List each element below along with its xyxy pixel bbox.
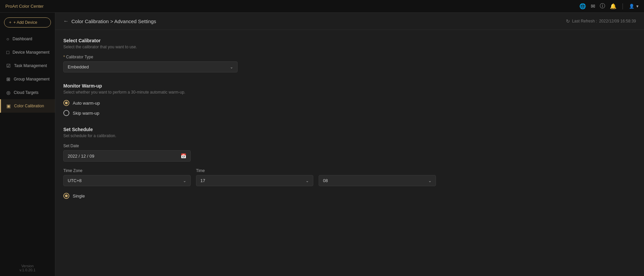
minute-value: 08 [323, 178, 328, 183]
device-management-icon: □ [6, 50, 9, 55]
sidebar-item-label: Cloud Targets [14, 90, 39, 95]
main-layout: + + Add Device ○ Dashboard □ Device Mana… [0, 13, 644, 276]
content-area: ← Color Calibration > Advanced Settings … [55, 13, 644, 276]
globe-icon[interactable]: 🌐 [579, 3, 586, 9]
version-label: Version [5, 264, 50, 268]
monitor-warmup-desc: Select whether you want to perform a 30-… [63, 90, 636, 95]
monitor-warmup-section: Monitor Warm-up Select whether you want … [63, 83, 636, 116]
minute-dropdown[interactable]: 08 ⌄ [319, 175, 436, 186]
warmup-radio-group: Auto warm-up Skip warm-up [63, 100, 636, 116]
timezone-value: UTC+8 [68, 178, 82, 183]
calibrator-type-value: Embedded [68, 64, 89, 69]
auto-warmup-label: Auto warm-up [73, 101, 100, 106]
monitor-warmup-title: Monitor Warm-up [63, 83, 636, 89]
sidebar-nav: ○ Dashboard □ Device Management ☑ Task M… [0, 32, 55, 260]
chevron-down-icon: ⌄ [306, 178, 309, 183]
chevron-down-icon: ⌄ [428, 178, 432, 183]
required-star: * [63, 55, 66, 59]
sidebar-item-label: Color Calibration [14, 104, 44, 108]
content-header: ← Color Calibration > Advanced Settings … [55, 13, 644, 30]
time-label: Time [196, 168, 313, 173]
hour-field: Time 17 ⌄ [196, 168, 313, 186]
user-chevron: ▾ [636, 4, 639, 9]
task-management-icon: ☑ [6, 63, 11, 68]
auto-warmup-option[interactable]: Auto warm-up [63, 100, 636, 106]
repeat-radio-group: Single [63, 193, 636, 199]
mail-icon[interactable]: ✉ [591, 3, 595, 9]
app-title: ProArt Color Center [5, 4, 44, 9]
minute-field: 08 ⌄ [319, 168, 436, 186]
skip-warmup-option[interactable]: Skip warm-up [63, 110, 636, 116]
sidebar-item-color-calibration[interactable]: ▣ Color Calibration [0, 99, 55, 113]
back-button[interactable]: ← [63, 18, 69, 24]
timezone-label: Time Zone [63, 168, 191, 173]
select-calibrator-desc: Select the calibrator that you want to u… [63, 45, 636, 49]
user-area[interactable]: 👤 ▾ [629, 4, 639, 9]
sidebar-item-group-management[interactable]: ⊞ Group Management [0, 72, 55, 86]
single-label: Single [73, 194, 85, 199]
sidebar-item-label: Dashboard [12, 37, 32, 41]
single-radio-inner [65, 195, 68, 197]
sidebar-item-label: Group Management [14, 77, 50, 81]
date-value: 2022 / 12 / 09 [68, 154, 94, 159]
minute-spacer-label [319, 168, 436, 173]
auto-warmup-radio-inner [65, 102, 68, 104]
breadcrumb-text: Color Calibration > Advanced Settings [71, 18, 156, 24]
add-device-button[interactable]: + + Add Device [4, 17, 51, 27]
top-bar: ProArt Color Center 🌐 ✉ ⓘ 🔔 👤 ▾ [0, 0, 644, 13]
top-bar-divider [623, 3, 623, 9]
calibrator-type-dropdown[interactable]: Embedded ⌄ [63, 61, 238, 72]
date-label: Set Date [63, 144, 636, 148]
sidebar-item-label: Task Management [14, 63, 47, 68]
skip-warmup-radio[interactable] [63, 110, 69, 116]
calibrator-type-label: * Calibrator Type [63, 55, 636, 59]
single-radio[interactable] [63, 193, 69, 199]
set-schedule-desc: Set schedule for a calibration. [63, 133, 636, 138]
breadcrumb: ← Color Calibration > Advanced Settings [63, 18, 156, 24]
scroll-content: Select Calibrator Select the calibrator … [55, 30, 644, 276]
timezone-field: Time Zone UTC+8 ⌄ [63, 168, 191, 186]
sidebar-item-device-management[interactable]: □ Device Management [0, 46, 55, 59]
skip-warmup-label: Skip warm-up [73, 111, 99, 116]
version-number: v.1.0.20.1 [5, 268, 50, 272]
last-refresh: ↻ Last Refresh : 2022/12/09 16:58:39 [566, 18, 636, 24]
auto-warmup-radio[interactable] [63, 100, 69, 106]
select-calibrator-title: Select Calibrator [63, 38, 636, 43]
chevron-down-icon: ⌄ [183, 178, 186, 183]
timezone-dropdown[interactable]: UTC+8 ⌄ [63, 175, 191, 186]
sidebar: + + Add Device ○ Dashboard □ Device Mana… [0, 13, 55, 276]
bell-icon[interactable]: 🔔 [610, 3, 617, 9]
last-refresh-label: Last Refresh : [572, 19, 597, 23]
sidebar-item-label: Device Management [12, 50, 49, 55]
top-bar-icons: 🌐 ✉ ⓘ 🔔 👤 ▾ [579, 3, 639, 10]
sidebar-version: Version v.1.0.20.1 [0, 260, 55, 276]
calendar-icon: 📅 [181, 153, 186, 159]
last-refresh-value: 2022/12/09 16:58:39 [599, 19, 636, 23]
help-icon[interactable]: ⓘ [600, 3, 605, 10]
sidebar-item-dashboard[interactable]: ○ Dashboard [0, 32, 55, 46]
cloud-targets-icon: ◎ [6, 90, 10, 95]
hour-dropdown[interactable]: 17 ⌄ [196, 175, 313, 186]
group-management-icon: ⊞ [6, 76, 10, 82]
color-calibration-icon: ▣ [6, 103, 11, 109]
sidebar-item-task-management[interactable]: ☑ Task Management [0, 59, 55, 72]
set-schedule-title: Set Schedule [63, 127, 636, 132]
sidebar-item-cloud-targets[interactable]: ◎ Cloud Targets [0, 86, 55, 99]
time-row: Time Zone UTC+8 ⌄ Time 17 ⌄ [63, 168, 636, 186]
user-icon: 👤 [629, 4, 634, 9]
add-device-label: + Add Device [13, 20, 37, 25]
set-schedule-section: Set Schedule Set schedule for a calibrat… [63, 127, 636, 199]
select-calibrator-section: Select Calibrator Select the calibrator … [63, 38, 636, 72]
plus-icon: + [9, 20, 11, 25]
refresh-icon[interactable]: ↻ [566, 18, 570, 24]
chevron-down-icon: ⌄ [230, 65, 233, 69]
date-input[interactable]: 2022 / 12 / 09 📅 [63, 150, 191, 162]
dashboard-icon: ○ [6, 36, 9, 42]
single-option[interactable]: Single [63, 193, 636, 199]
hour-value: 17 [200, 178, 205, 183]
